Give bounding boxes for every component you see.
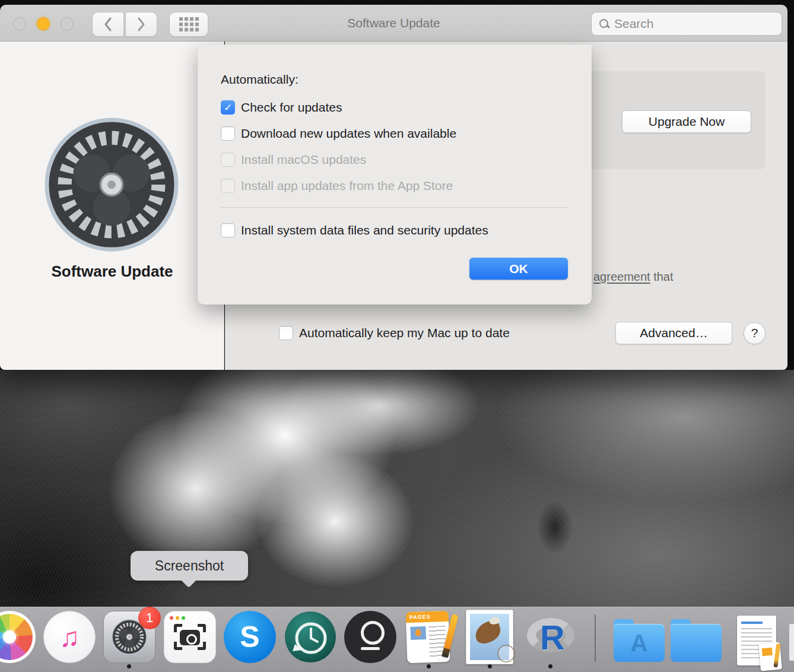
- sheet-divider: [221, 207, 568, 208]
- screenshot-dock-icon[interactable]: [164, 611, 216, 663]
- search-input[interactable]: [614, 17, 775, 31]
- running-indicator: [488, 664, 492, 668]
- close-button[interactable]: [13, 17, 26, 30]
- license-agreement-link[interactable]: agreement: [593, 270, 650, 283]
- running-indicator: [127, 664, 131, 668]
- chevron-right-icon: [136, 17, 146, 32]
- mini-document-icon: [758, 642, 782, 671]
- checkbox[interactable]: [221, 126, 235, 141]
- blue-folder-dock-icon[interactable]: [671, 619, 722, 663]
- auto-update-label: Automatically keep my Mac up to date: [299, 326, 510, 340]
- sheet-option-check-for-updates[interactable]: ✓Check for updates: [221, 100, 568, 115]
- pages-image-thumb: [410, 626, 426, 640]
- dock: ♫ 1 S PAGES: [0, 607, 794, 672]
- checkbox[interactable]: [221, 223, 235, 237]
- advanced-button[interactable]: Advanced…: [615, 322, 732, 344]
- forward-button[interactable]: [125, 12, 157, 37]
- minimize-button[interactable]: [37, 17, 50, 30]
- checkbox-label: Install system data files and security u…: [241, 223, 488, 237]
- sheet-heading: Automatically:: [221, 72, 298, 87]
- ok-button[interactable]: OK: [469, 258, 568, 280]
- license-text-fragment: agreement that: [593, 270, 674, 284]
- partial-dock-item: [789, 624, 794, 661]
- sheet-option-install-macos-updates: Install macOS updates: [221, 153, 568, 167]
- sheet-option-install-system-data-files-and-security-updates[interactable]: Install system data files and security u…: [221, 223, 568, 237]
- window-dots-icon: [170, 616, 185, 620]
- r-letter: R: [540, 620, 565, 655]
- skype-dock-icon[interactable]: S: [224, 611, 276, 663]
- dock-tooltip: Screenshot: [131, 551, 248, 581]
- system-preferences-dock-icon[interactable]: 1: [103, 611, 155, 663]
- checkbox: [221, 179, 235, 193]
- software-update-window: Software Update Software Update Upgrade …: [0, 5, 787, 370]
- auto-update-checkbox[interactable]: [279, 326, 293, 340]
- applications-folder-dock-icon[interactable]: A: [614, 619, 665, 663]
- chevron-left-icon: [103, 17, 113, 32]
- postmark-icon: [497, 645, 515, 663]
- sheet-option-download-new-updates-when-available[interactable]: Download new updates when available: [221, 126, 568, 141]
- app-label: Software Update: [0, 262, 224, 281]
- checkbox: [221, 153, 235, 167]
- sheet-option-install-app-updates-from-the-app-store: Install app updates from the App Store: [221, 179, 568, 193]
- running-indicator: [427, 664, 431, 668]
- sheet-options: ✓Check for updatesDownload new updates w…: [221, 100, 568, 249]
- camera-icon: [180, 630, 200, 645]
- skype-letter: S: [240, 620, 259, 654]
- running-indicator: [548, 664, 552, 668]
- recorder-dock-icon[interactable]: [344, 611, 396, 663]
- dock-divider: [595, 614, 596, 662]
- sidebar-pane: Software Update: [0, 42, 224, 370]
- music-dock-icon[interactable]: ♫: [43, 611, 96, 663]
- zoom-button[interactable]: [61, 17, 74, 30]
- traffic-lights: [13, 17, 74, 30]
- checkbox-label: Install macOS updates: [241, 153, 366, 167]
- app-store-glyph-icon: A: [631, 630, 648, 657]
- checkbox-label: Check for updates: [241, 100, 342, 115]
- time-machine-dock-icon[interactable]: [284, 611, 336, 663]
- desktop-wallpaper: [0, 370, 794, 607]
- titlebar: Software Update: [0, 5, 787, 42]
- checkbox[interactable]: ✓: [221, 100, 235, 115]
- license-text-tail: that: [650, 270, 674, 283]
- notification-badge: 1: [138, 607, 161, 629]
- upgrade-now-button[interactable]: Upgrade Now: [622, 110, 751, 133]
- pages-header: PAGES: [406, 611, 449, 623]
- back-button[interactable]: [92, 12, 124, 37]
- mail-dock-icon[interactable]: [466, 610, 513, 664]
- grid-icon: [179, 17, 199, 31]
- time-machine-clock-icon: [284, 611, 336, 663]
- pages-dock-icon[interactable]: PAGES: [404, 610, 455, 664]
- photos-dock-icon[interactable]: [0, 611, 36, 663]
- document-stack-dock-icon[interactable]: [737, 616, 779, 667]
- system-preferences-gear-icon: [43, 116, 180, 253]
- search-field[interactable]: [591, 12, 782, 36]
- automatic-updates-sheet: Automatically: ✓Check for updatesDownloa…: [198, 45, 592, 305]
- music-note-icon: ♫: [59, 621, 80, 653]
- checkbox-label: Install app updates from the App Store: [241, 179, 453, 193]
- checkbox-label: Download new updates when available: [241, 126, 456, 141]
- hawk-icon: [472, 619, 503, 646]
- show-all-button[interactable]: [169, 12, 208, 37]
- r-dock-icon[interactable]: R: [525, 611, 577, 663]
- auto-update-row: Automatically keep my Mac up to date Adv…: [279, 320, 766, 346]
- help-button[interactable]: ?: [744, 322, 766, 344]
- search-icon: [599, 18, 609, 29]
